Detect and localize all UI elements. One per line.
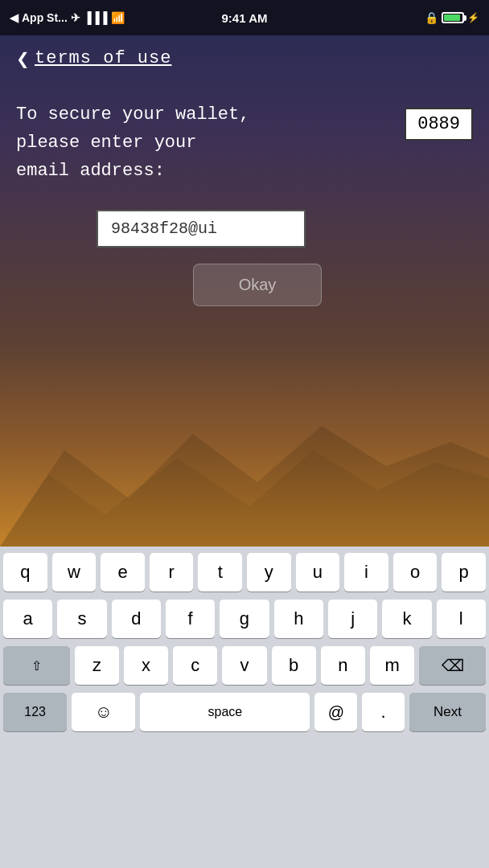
lock-icon: 🔒 [425, 11, 438, 24]
key-e[interactable]: e [101, 553, 145, 592]
emoji-key[interactable]: ☺ [72, 693, 135, 731]
back-link[interactable]: ❮ terms of use [16, 48, 473, 68]
shift-key[interactable]: ⇧ [3, 646, 70, 685]
keyboard-row-3: ⇧ z x c v b n m ⌫ [3, 646, 486, 685]
keyboard-row-1: q w e r t y u i o p [3, 553, 486, 592]
next-key[interactable]: Next [409, 693, 486, 731]
key-b[interactable]: b [272, 646, 316, 685]
airplane-icon: ✈ [71, 11, 80, 24]
key-t[interactable]: t [198, 553, 242, 592]
key-j[interactable]: j [328, 600, 377, 638]
back-chevron-icon: ❮ [16, 49, 30, 68]
key-c[interactable]: c [173, 646, 217, 685]
key-z[interactable]: z [75, 646, 119, 685]
key-i[interactable]: i [344, 553, 388, 592]
status-left: ◀ App St... ✈ ▐▐▐ 📶 [10, 11, 125, 24]
keyboard-row-4: 123 ☺ space @ . Next [3, 693, 486, 731]
key-p[interactable]: p [442, 553, 486, 592]
backspace-icon: ⌫ [442, 656, 464, 675]
key-l[interactable]: l [437, 600, 486, 638]
battery-icon [442, 12, 464, 23]
carrier-text: App St... [22, 11, 68, 24]
key-k[interactable]: k [382, 600, 431, 638]
key-n[interactable]: n [321, 646, 365, 685]
terms-title[interactable]: terms of use [35, 48, 171, 68]
key-u[interactable]: u [296, 553, 340, 592]
instruction-text: To secure your wallet, please enter your… [16, 100, 473, 186]
key-x[interactable]: x [124, 646, 168, 685]
key-y[interactable]: y [247, 553, 291, 592]
period-key[interactable]: . [362, 693, 405, 731]
mountain-silhouette [0, 386, 489, 547]
keyboard-row-2: a s d f g h j k l [3, 600, 486, 638]
key-f[interactable]: f [166, 600, 215, 638]
space-key[interactable]: space [140, 693, 310, 731]
key-g[interactable]: g [220, 600, 269, 638]
okay-button[interactable]: Okay [193, 264, 322, 306]
signal-icon: ▐▐▐ [84, 11, 108, 24]
wifi-icon: 📶 [111, 11, 125, 24]
key-d[interactable]: d [112, 600, 161, 638]
at-key[interactable]: @ [314, 693, 357, 731]
key-a[interactable]: a [3, 600, 52, 638]
key-s[interactable]: s [57, 600, 106, 638]
key-m[interactable]: m [370, 646, 414, 685]
key-q[interactable]: q [3, 553, 47, 592]
main-content: To secure your wallet, please enter your… [0, 68, 489, 322]
back-indicator: ◀ [10, 11, 18, 24]
key-v[interactable]: v [222, 646, 266, 685]
key-w[interactable]: w [52, 553, 97, 592]
charging-icon: ⚡ [467, 12, 479, 23]
status-right: 🔒 ⚡ [425, 11, 479, 24]
key-r[interactable]: r [150, 553, 194, 592]
status-time: 9:41 AM [222, 11, 268, 25]
email-input[interactable] [97, 210, 306, 248]
key-h[interactable]: h [274, 600, 323, 638]
numbers-key[interactable]: 123 [3, 693, 67, 731]
keyboard: q w e r t y u i o p a s d f g h j k l ⇧ … [0, 547, 489, 868]
app-background: ❮ terms of use 0889 To secure your walle… [0, 35, 489, 547]
header: ❮ terms of use [0, 35, 489, 68]
key-o[interactable]: o [393, 553, 438, 592]
status-bar: ◀ App St... ✈ ▐▐▐ 📶 9:41 AM 🔒 ⚡ [0, 0, 489, 35]
backspace-key[interactable]: ⌫ [419, 646, 486, 685]
